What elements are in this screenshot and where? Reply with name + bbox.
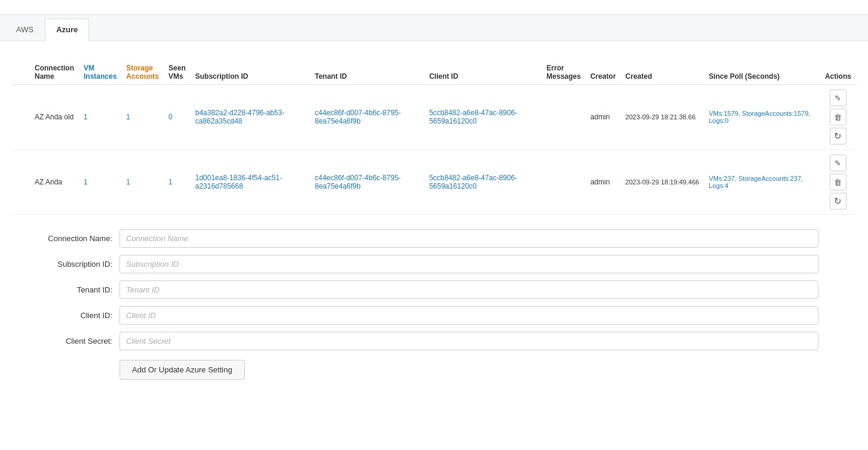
azure-form: Connection Name: Subscription ID: Tenant… [12,229,818,380]
col-seen-vms: SeenVMs [164,60,191,85]
col-created: Created [621,60,704,85]
col-status [12,60,30,85]
col-error-messages: ErrorMessages [542,60,585,85]
cell-connection-name: AZ Anda old [30,85,79,150]
tab-azure[interactable]: Azure [45,19,89,41]
cell-seen-vms: 0 [164,85,191,150]
cell-actions: ✎ 🗑 ↻ [820,150,856,215]
edit-button[interactable]: ✎ [830,90,846,106]
input-client-secret[interactable] [119,332,818,350]
cell-since-poll: VMs:237, StorageAccounts:237, Logs:4 [704,150,820,215]
col-client-id: Client ID [424,60,541,85]
cell-seen-vms: 1 [164,150,191,215]
form-row-connection-name: Connection Name: [12,229,818,248]
col-vm-instances: VMInstances [79,60,121,85]
add-update-button[interactable]: Add Or Update Azure Setting [119,360,245,380]
label-client-secret: Client Secret: [12,337,119,346]
cell-storage-accounts: 1 [121,85,164,150]
col-since-poll: Since Poll (Seconds) [704,60,820,85]
cell-tenant-id: c44ec86f-d007-4b6c-8795-8ea75e4a6f9b [310,85,424,150]
cell-created: 2023-09-29 18:21:38.66 [621,85,704,150]
form-row-subscription-id: Subscription ID: [12,255,818,273]
main-content: ConnectionName VMInstances StorageAccoun… [0,41,868,389]
col-subscription-id: Subscription ID [191,60,310,85]
label-connection-name: Connection Name: [12,234,119,243]
input-tenant-id[interactable] [119,281,818,299]
edit-button[interactable]: ✎ [830,155,846,171]
label-tenant-id: Tenant ID: [12,285,119,294]
label-client-id: Client ID: [12,311,119,320]
table-header-row: ConnectionName VMInstances StorageAccoun… [12,60,856,85]
cell-created: 2023-09-29 18:19:49.466 [621,150,704,215]
input-subscription-id[interactable] [119,255,818,273]
cell-vm-instances: 1 [79,150,121,215]
cell-vm-instances: 1 [79,85,121,150]
cell-creator: admin [585,150,621,215]
col-tenant-id: Tenant ID [310,60,424,85]
cell-error-messages [542,150,585,215]
cell-subscription-id: b4a382a2-d228-4796-ab53-ca862a35cd48 [191,85,310,150]
delete-button[interactable]: 🗑 [830,109,846,125]
label-subscription-id: Subscription ID: [12,260,119,269]
cell-storage-accounts: 1 [121,150,164,215]
col-creator: Creator [585,60,621,85]
table-row: AZ Anda 1 1 1 1d001ea8-1836-4f54-ac51-a2… [12,150,856,215]
cell-connection-name: AZ Anda [30,150,79,215]
page-header [0,0,868,15]
refresh-button[interactable]: ↻ [830,128,846,144]
cell-client-id: 5ccb8482-a6e8-47ac-8906-5659a16120c0 [424,150,541,215]
tabs-bar: AWS Azure [0,15,868,41]
refresh-button[interactable]: ↻ [830,193,846,209]
tab-aws[interactable]: AWS [5,19,45,41]
cell-tenant-id: c44ec86f-d007-4b6c-8795-8ea75e4a6f9b [310,150,424,215]
cell-creator: admin [585,85,621,150]
form-row-tenant-id: Tenant ID: [12,281,818,299]
azure-table: ConnectionName VMInstances StorageAccoun… [12,60,856,215]
table-row: AZ Anda old 1 1 0 b4a382a2-d228-4796-ab5… [12,85,856,150]
azure-table-wrapper: ConnectionName VMInstances StorageAccoun… [12,60,856,215]
cell-subscription-id: 1d001ea8-1836-4f54-ac51-a2316d785668 [191,150,310,215]
cell-status [12,150,30,215]
col-storage-accounts: StorageAccounts [121,60,164,85]
cell-client-id: 5ccb8482-a6e8-47ac-8906-5659a16120c0 [424,85,541,150]
form-row-client-id: Client ID: [12,306,818,325]
input-connection-name[interactable] [119,229,818,248]
col-actions: Actions [820,60,856,85]
cell-since-poll: VMs:1579, StorageAccounts:1579, Logs:0 [704,85,820,150]
delete-button[interactable]: 🗑 [830,174,846,190]
cell-status [12,85,30,150]
input-client-id[interactable] [119,306,818,325]
col-connection-name: ConnectionName [30,60,79,85]
cell-actions: ✎ 🗑 ↻ [820,85,856,150]
form-row-client-secret: Client Secret: [12,332,818,350]
cell-error-messages [542,85,585,150]
